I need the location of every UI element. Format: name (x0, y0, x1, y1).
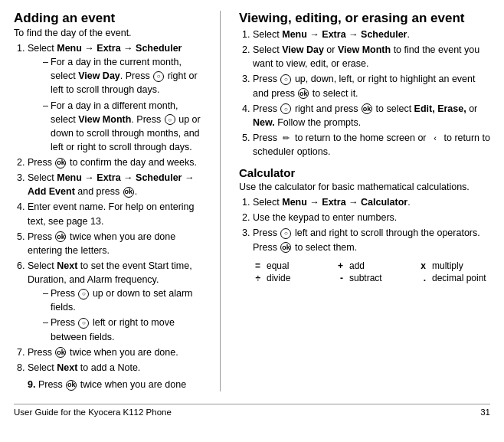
decimal-label: decimal point (429, 273, 490, 283)
footer-left-text: User Guide for the Kyocera K112 Phone (14, 408, 172, 417)
ok-icon: ok (55, 347, 66, 358)
pencil-icon: ✏ (280, 133, 291, 144)
right-column: Viewing, editing, or erasing an event Se… (239, 11, 490, 391)
list-item: Select Next to set the event Start time,… (28, 259, 201, 344)
ok-icon: ok (298, 88, 309, 99)
list-item: Press ○ left or right to move between fi… (43, 316, 201, 343)
subtract-sym: - (328, 273, 343, 283)
list-item: Press ok twice when you are done enterin… (28, 230, 201, 257)
list-item: Press ✏ to return to the home screen or … (253, 131, 490, 159)
list-item: Press ○ left and right to scroll through… (253, 226, 490, 254)
add-sym: + (328, 260, 343, 271)
nav-icon: ○ (153, 71, 164, 82)
nav-icon: ○ (280, 103, 291, 114)
multiply-label: multiply (429, 260, 490, 271)
multiply-sym: x (411, 260, 426, 271)
divide-sym: ÷ (245, 273, 260, 283)
left-heading: Adding an event (14, 11, 201, 26)
calc-heading: Calculator (239, 166, 490, 179)
step-9: 9. Press ok twice when you are done (28, 378, 201, 391)
nav-icon: ○ (165, 114, 175, 125)
ok-icon: ok (55, 231, 66, 242)
column-divider (220, 11, 221, 391)
divide-label: divide (263, 273, 325, 283)
sub-list: For a day in the current month, select V… (43, 55, 201, 154)
equal-label: equal (263, 260, 325, 271)
list-item: Press ok to confirm the day and weeks. (28, 156, 201, 169)
nav-icon: ○ (280, 228, 291, 239)
calc-steps-list: Select Menu → Extra → Calculator. Use th… (253, 195, 490, 254)
list-item: Press ○ up, down, left, or right to high… (253, 72, 490, 100)
list-item: Select Next to add a Note. (28, 361, 201, 375)
footer-page-number: 31 (480, 408, 490, 417)
list-item: Select Menu → Extra → Scheduler For a da… (28, 41, 201, 154)
ok-icon: ok (66, 380, 77, 391)
left-intro: To find the day of the event. (14, 28, 201, 38)
ok-icon: ok (123, 187, 134, 198)
right-heading: Viewing, editing, or erasing an event (239, 11, 490, 26)
right-steps-list: Select Menu → Extra → Scheduler. Select … (253, 28, 490, 159)
equal-sym: = (245, 260, 260, 271)
add-label: add (346, 260, 407, 271)
list-item: Press ○ up or down to set alarm fields. (43, 286, 201, 314)
nav-icon: ○ (78, 318, 89, 329)
list-item: Select Menu → Extra → Scheduler. (253, 28, 490, 41)
footer: User Guide for the Kyocera K112 Phone 31 (14, 404, 490, 417)
left-column: Adding an event To find the day of the e… (14, 11, 201, 391)
subtract-label: subtract (346, 273, 407, 283)
back-icon: ‹ (430, 133, 440, 144)
list-item: Use the keypad to enter numbers. (253, 211, 490, 224)
ok-icon: ok (280, 242, 291, 253)
calc-symbols-table: = equal + add x multiply ÷ divide - subt… (245, 260, 490, 283)
list-item: Select Menu → Extra → Scheduler → Add Ev… (28, 171, 201, 198)
list-item: Enter event name. For help on entering t… (28, 200, 201, 228)
left-steps-list: Select Menu → Extra → Scheduler For a da… (28, 41, 201, 375)
ok-icon: ok (362, 103, 372, 114)
calc-intro: Use the calculator for basic mathematica… (239, 182, 490, 192)
nav-icon: ○ (78, 289, 89, 300)
list-item: Press ○ right and press ok to select Edi… (253, 102, 490, 129)
list-item: Select View Day or View Month to find th… (253, 43, 490, 70)
list-item: For a day in the current month, select V… (43, 55, 201, 97)
list-item: For a day in a different month, select V… (43, 99, 201, 155)
main-content: Adding an event To find the day of the e… (14, 11, 490, 391)
decimal-sym: . (411, 273, 426, 283)
ok-icon: ok (55, 158, 66, 169)
nav-icon: ○ (280, 74, 291, 85)
list-item: Press ok twice when you are done. (28, 345, 201, 359)
sub-list: Press ○ up or down to set alarm fields. … (43, 286, 201, 344)
list-item: Select Menu → Extra → Calculator. (253, 195, 490, 209)
